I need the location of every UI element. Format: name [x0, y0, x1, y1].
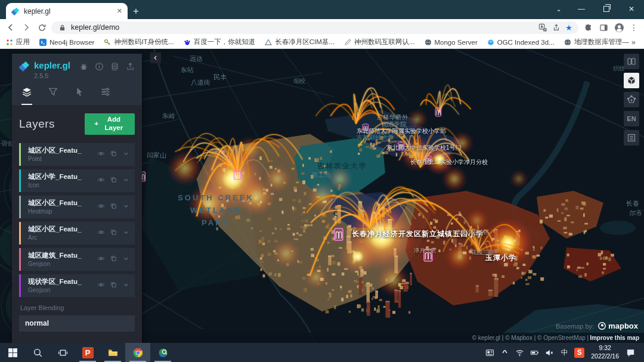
- toggle-3d-button[interactable]: [624, 73, 639, 88]
- bookmark-item-4[interactable]: 长春净月区CIM基...: [265, 38, 335, 47]
- school-icon-marker: [435, 108, 441, 116]
- layer-info: 城区小区_Featu_Arc: [28, 225, 97, 241]
- sogou-input-icon[interactable]: S: [572, 348, 587, 358]
- info-icon[interactable]: [95, 62, 104, 73]
- layer-visibility-eye-icon[interactable]: [97, 202, 105, 212]
- side-panel-icon[interactable]: [597, 21, 609, 33]
- taskbar-clock[interactable]: 9:32 2022/2/16: [587, 344, 623, 360]
- bookmark-item-5[interactable]: 神州数码互联网认...: [344, 38, 415, 47]
- bookmark-item-1[interactable]: Neo4j Browser: [39, 39, 94, 46]
- layer-name: 现状学区_Featu_: [28, 277, 97, 286]
- layer-expand-chevron-icon[interactable]: [122, 254, 130, 265]
- close-button[interactable]: ✕: [619, 0, 644, 18]
- action-center-icon[interactable]: [623, 348, 638, 357]
- layer-row-5[interactable]: 现状学区_Featu_Geojson: [19, 274, 135, 297]
- taskbar-file-explorer[interactable]: [100, 343, 125, 362]
- profile-avatar[interactable]: [613, 21, 625, 33]
- back-button[interactable]: [5, 21, 17, 33]
- minimize-button[interactable]: —: [569, 0, 594, 18]
- plus-icon: +: [94, 120, 98, 128]
- layer-visibility-eye-icon[interactable]: [97, 254, 105, 265]
- layer-duplicate-icon[interactable]: [110, 202, 117, 212]
- layer-expand-chevron-icon[interactable]: [122, 149, 130, 160]
- mapbox-logo[interactable]: mapbox: [598, 321, 638, 330]
- bookmark-star-icon[interactable]: ★: [565, 23, 572, 32]
- forward-button[interactable]: [20, 21, 32, 33]
- basemap-by-label: Basemap by:: [556, 323, 594, 330]
- layer-visibility-eye-icon[interactable]: [97, 228, 105, 239]
- split-map-button[interactable]: [624, 54, 639, 69]
- taskbar-gis-app[interactable]: [150, 343, 175, 362]
- bookmark-label: 地理数据库管理—...: [574, 38, 629, 47]
- reload-button[interactable]: [36, 21, 48, 33]
- layer-duplicate-icon[interactable]: [110, 175, 117, 186]
- tab-close-icon[interactable]: ✕: [117, 7, 122, 15]
- draw-polygon-button[interactable]: [624, 92, 639, 107]
- layer-expand-chevron-icon[interactable]: [122, 228, 130, 239]
- bookmark-item-2[interactable]: 神州数码IT身份统...: [104, 38, 174, 47]
- bookmarks-overflow-icon[interactable]: »: [629, 38, 638, 47]
- battery-icon[interactable]: [527, 348, 542, 357]
- improve-map-link[interactable]: Improve this map: [590, 335, 639, 341]
- layer-row-2[interactable]: 城区小区_Featu_Heatmap: [19, 196, 135, 218]
- school-icon-marker: [363, 124, 369, 132]
- tab-layers[interactable]: [21, 86, 32, 105]
- layer-duplicate-icon[interactable]: [110, 280, 117, 291]
- translate-icon[interactable]: [538, 23, 547, 32]
- address-bar[interactable]: kepler.gl/demo ★: [51, 21, 578, 34]
- layer-duplicate-icon[interactable]: [110, 149, 117, 160]
- layer-visibility-eye-icon[interactable]: [97, 149, 105, 160]
- browser-tab[interactable]: kepler.gl ✕: [6, 3, 128, 19]
- taskbar-search-button[interactable]: [25, 343, 50, 362]
- bug-report-icon[interactable]: [79, 62, 88, 73]
- layer-expand-chevron-icon[interactable]: [122, 202, 130, 212]
- bookmark-item-8[interactable]: 地理数据库管理—...: [564, 38, 629, 47]
- layer-duplicate-icon[interactable]: [110, 254, 117, 265]
- layer-row-0[interactable]: 城区小区_Featu_Point: [19, 143, 135, 166]
- layer-visibility-eye-icon[interactable]: [97, 280, 105, 291]
- sidebar-collapse-button[interactable]: [150, 52, 161, 63]
- basemap-attribution: Basemap by: mapbox: [556, 321, 638, 330]
- layer-duplicate-icon[interactable]: [110, 228, 117, 239]
- export-share-icon[interactable]: [126, 62, 135, 73]
- url-text[interactable]: kepler.gl/demo: [71, 23, 534, 32]
- taskbar-powerpoint[interactable]: P: [75, 343, 100, 362]
- restore-button[interactable]: [594, 0, 619, 18]
- layer-visibility-eye-icon[interactable]: [97, 175, 105, 186]
- layer-info: 城区小区_Featu_Heatmap: [28, 199, 97, 215]
- tray-expand-icon[interactable]: ^: [494, 349, 515, 356]
- legend-button[interactable]: [624, 130, 639, 146]
- tab-filters[interactable]: [48, 86, 58, 105]
- layer-info: 现状学区_Featu_Geojson: [28, 277, 97, 293]
- bookmark-item-0[interactable]: 应用: [6, 38, 30, 47]
- layer-row-3[interactable]: 城区小区_Featu_Arc: [19, 222, 135, 245]
- layer-expand-chevron-icon[interactable]: [122, 280, 130, 291]
- tab-title: kepler.gl: [24, 7, 113, 16]
- layer-row-1[interactable]: 城区小学_Featu_Icon: [19, 169, 135, 192]
- secure-lock-icon[interactable]: [57, 23, 67, 32]
- bookmark-item-7[interactable]: OGC Indexed 3d...: [487, 39, 555, 46]
- layer-row-4[interactable]: 城区建筑_Featu_Geojson: [19, 248, 135, 271]
- school-icon-marker: [398, 142, 404, 150]
- kepler-app: 远达东站民丰八道街烟校织纹东岭闫家山一宿舍新工地SOUTH CREEK WETL…: [0, 49, 644, 343]
- tab-interactions[interactable]: [74, 86, 85, 105]
- tab-basemap-settings[interactable]: [100, 86, 111, 105]
- tab-search-chevron-icon[interactable]: ⌄: [549, 0, 569, 18]
- new-tab-button[interactable]: +: [128, 3, 144, 19]
- data-table-icon[interactable]: [110, 62, 119, 73]
- school-icon-marker: [234, 170, 240, 180]
- bookmark-item-6[interactable]: Mongo Server: [425, 39, 478, 46]
- extensions-puzzle-icon[interactable]: [582, 21, 594, 33]
- layer-expand-chevron-icon[interactable]: [122, 175, 130, 186]
- locale-button[interactable]: EN: [624, 111, 639, 126]
- bookmark-item-3[interactable]: 百度一下，你就知道: [184, 38, 256, 47]
- ime-language-icon[interactable]: 中: [557, 348, 572, 358]
- browser-menu-icon[interactable]: ⋮: [628, 23, 639, 32]
- task-view-button[interactable]: [50, 343, 75, 362]
- add-layer-button[interactable]: +Add Layer: [85, 113, 135, 135]
- taskbar-chrome[interactable]: [125, 343, 150, 362]
- volume-muted-icon[interactable]: [542, 348, 557, 357]
- share-icon[interactable]: [552, 23, 561, 32]
- layer-blending-select[interactable]: normal: [19, 315, 135, 332]
- start-button[interactable]: [0, 343, 25, 362]
